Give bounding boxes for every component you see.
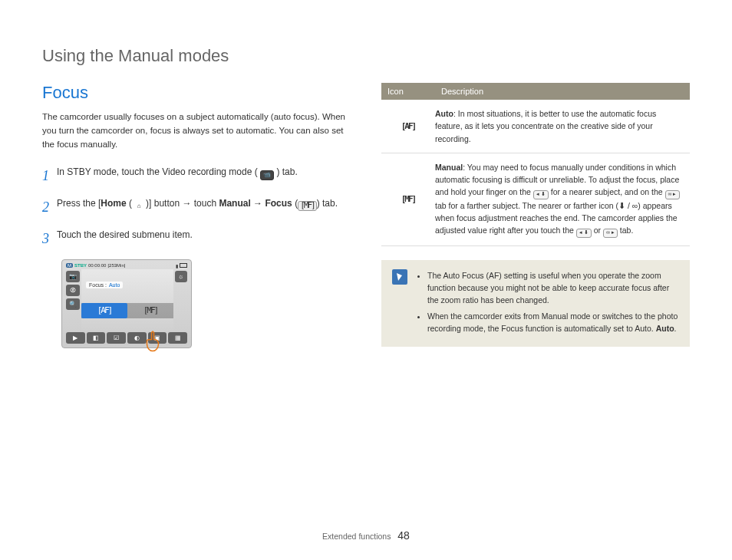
t: or: [592, 226, 603, 235]
content-columns: Focus The camcorder usually focuses on a…: [42, 83, 690, 348]
focus-label-text: Focus :: [89, 282, 107, 288]
photo-tab-icon: ⦿: [66, 285, 80, 296]
page-title: Using the Manual modes: [42, 46, 690, 66]
focus-label: Focus : Auto: [86, 282, 123, 288]
manual-bold: Manual: [219, 198, 250, 209]
step-1-post: ) tab.: [276, 166, 297, 177]
note-auto-bold: Auto: [656, 324, 674, 333]
mf-icon: [298, 201, 317, 211]
step-2: 2 Press the [Home (⌂)] button → touch Ma…: [42, 196, 351, 219]
intro-text: The camcorder usually focuses on a subje…: [42, 110, 351, 151]
play-icon: ▶: [66, 332, 85, 344]
section-heading: Focus: [42, 83, 351, 103]
step-3: 3 Touch the desired submenu item.: [42, 228, 351, 250]
step-number: 1: [42, 165, 49, 187]
t: (: [127, 198, 132, 209]
note-icon: [392, 269, 407, 285]
t: for a nearer subject, and on the: [549, 187, 665, 196]
step-list: 1 In STBY mode, touch the Video recordin…: [42, 165, 351, 249]
mf-cell-icon: [381, 161, 435, 238]
af-cell-icon: [381, 107, 435, 145]
t: →: [251, 198, 265, 209]
left-column: Focus The camcorder usually focuses on a…: [42, 83, 351, 348]
page-number: 48: [397, 529, 410, 542]
more-icon: ▦: [168, 332, 187, 344]
sun-icon: ☼: [175, 271, 187, 282]
auto-description: Auto: In most situations, it is better t…: [435, 107, 690, 145]
table-row: Auto: In most situations, it is better t…: [381, 100, 690, 153]
t: tab for a farther subject. The nearer or…: [435, 201, 618, 210]
near-tab-icon: ◂ ⬇: [576, 229, 592, 238]
screenshot-bottombar: ▶ ◧ ☑ ◐ ▣ ▦: [64, 331, 189, 345]
step-text: Press the [Home (⌂)] button → touch Manu…: [57, 196, 338, 219]
note-list: The Auto Focus (AF) setting is useful wh…: [417, 269, 679, 338]
table-row: Manual: You may need to focus manually u…: [381, 153, 690, 246]
near-limit-icon: ⬇: [618, 201, 625, 210]
zoom-tab-icon: 🔍: [66, 298, 80, 310]
step-1-pre: In STBY mode, touch the Video recording …: [57, 166, 258, 177]
note-text: When the camcorder exits from Manual mod…: [427, 311, 678, 333]
home-icon: ⌂: [132, 202, 146, 212]
step-number: 2: [42, 196, 49, 219]
mf-option-icon: [127, 303, 173, 318]
page-footer: Extended functions 48: [0, 529, 732, 542]
far-tab-icon: ∞ ▸: [603, 229, 618, 238]
time-label: 00:00:00: [88, 263, 106, 268]
step-text: In STBY mode, touch the Video recording …: [57, 165, 298, 187]
table-header: Icon Description: [381, 83, 690, 100]
near-tab-icon: ◂ ⬇: [533, 190, 549, 199]
right-column: Icon Description Auto: In most situation…: [381, 83, 690, 348]
row-name: Manual: [435, 163, 463, 172]
af-option-icon: [81, 303, 127, 318]
step-number: 3: [42, 228, 49, 250]
th-description: Description: [435, 83, 690, 100]
t: (: [292, 198, 298, 209]
touch-hand-icon: [141, 329, 164, 352]
screenshot-main: Focus : Auto: [81, 269, 173, 331]
row-name: Auto: [435, 109, 453, 118]
screenshot-topbar: M STBY 00:00:00 [253Min] ▮: [64, 262, 189, 269]
note-box: The Auto Focus (AF) setting is useful wh…: [381, 260, 690, 347]
remaining-label: [253Min]: [107, 263, 125, 268]
far-tab-icon: ∞ ▸: [665, 190, 680, 199]
video-mode-icon: 📹: [260, 170, 274, 180]
footer-section: Extended functions: [322, 532, 391, 541]
card-icon: ▮: [176, 263, 178, 268]
battery-icon: [180, 263, 187, 268]
t: ) tab.: [317, 198, 338, 209]
screenshot-left-tabs: 📷 ⦿ 🔍: [64, 269, 81, 331]
ev-icon: ◧: [87, 332, 106, 344]
focus-option-row: [81, 303, 173, 318]
stby-label: STBY: [74, 263, 87, 268]
step-text: Touch the desired submenu item.: [57, 228, 193, 250]
exp-icon: ☑: [107, 332, 126, 344]
focus-bold: Focus: [265, 198, 292, 209]
step-1: 1 In STBY mode, touch the Video recordin…: [42, 165, 351, 187]
row-text: : In most situations, it is better to us…: [435, 109, 656, 143]
home-bold: Home: [101, 198, 126, 209]
manual-description: Manual: You may need to focus manually u…: [435, 161, 690, 238]
note-item: When the camcorder exits from Manual mod…: [427, 310, 679, 335]
mode-badge-icon: M: [66, 263, 73, 268]
t: )] button → touch: [146, 198, 219, 209]
note-item: The Auto Focus (AF) setting is useful wh…: [427, 269, 679, 307]
t: /: [625, 201, 632, 210]
t: tab.: [618, 226, 633, 235]
camcorder-screenshot: M STBY 00:00:00 [253Min] ▮ 📷 ⦿ 🔍 Focus :…: [61, 259, 192, 348]
screenshot-right-tabs: ☼: [173, 269, 189, 331]
t: Press the [: [57, 198, 101, 209]
video-tab-icon: 📷: [66, 271, 80, 282]
focus-value: Auto: [109, 282, 120, 288]
th-icon: Icon: [381, 83, 435, 100]
